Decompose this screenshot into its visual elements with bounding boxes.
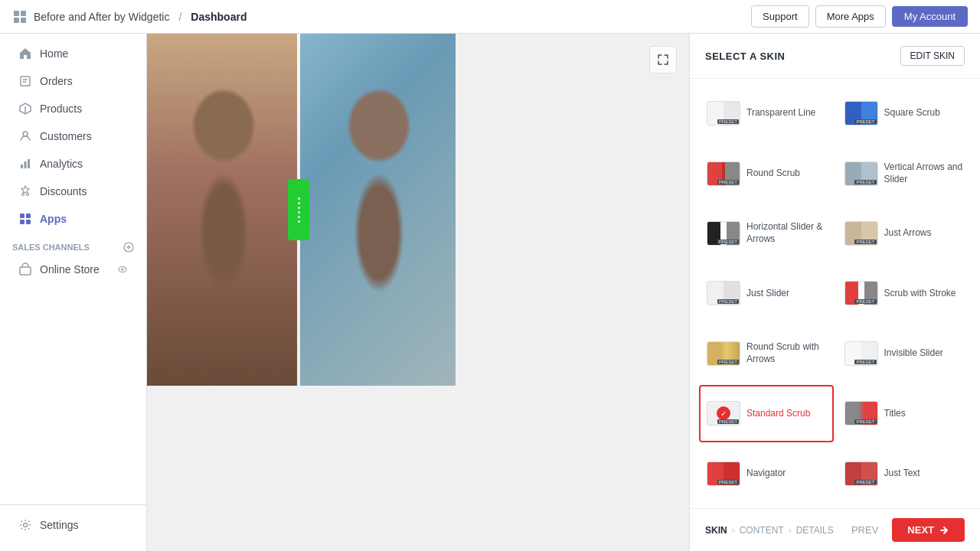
skin-item-round-scrub[interactable]: PRESET Round Scrub <box>699 145 834 201</box>
handle-line <box>298 211 300 214</box>
skin-thumb-titles: PRESET <box>844 401 878 425</box>
sidebar-item-apps[interactable]: Apps <box>6 206 140 232</box>
skin-thumb-just-text: PRESET <box>844 461 878 486</box>
step-skin: SKIN <box>705 525 727 536</box>
skin-label-just-text: Just Text <box>884 468 920 480</box>
skin-label-invisible-slider: Invisible Slider <box>884 347 943 360</box>
sidebar-item-analytics[interactable]: Analytics <box>6 151 140 177</box>
sidebar-item-settings[interactable]: Settings <box>6 512 140 538</box>
step-details: DETAILS <box>796 525 834 536</box>
before-after-preview[interactable] <box>147 34 456 386</box>
panel-header: SELECT A SKIN EDIT SKIN <box>690 34 980 79</box>
svg-rect-0 <box>14 11 19 16</box>
sidebar-item-orders[interactable]: Orders <box>6 68 140 94</box>
skin-item-horizontal-slider[interactable]: PRESET Horizontal Slider & Arrows <box>699 205 834 262</box>
panel-title: SELECT A SKIN <box>705 51 786 62</box>
breadcrumb: Before and After by Widgetic / Dashboard <box>12 9 247 24</box>
sidebar-item-home[interactable]: Home <box>6 41 140 67</box>
skin-item-transparent-line[interactable]: PRESET Transparent Line <box>699 85 834 142</box>
skin-item-standard-scrub[interactable]: ✓ PRESET Standard Scrub <box>699 385 834 442</box>
wizard-steps: SKIN › CONTENT › DETAILS <box>705 525 834 536</box>
skin-thumb-transparent-line: PRESET <box>707 101 740 126</box>
slider-handle[interactable] <box>288 179 309 240</box>
footer-buttons: PREV NEXT <box>844 518 965 542</box>
skin-panel: SELECT A SKIN EDIT SKIN PRESET Transpare… <box>689 34 980 551</box>
selected-check-icon: ✓ <box>717 406 730 420</box>
support-button[interactable]: Support <box>751 5 809 28</box>
svg-rect-2 <box>14 18 19 23</box>
skin-label-just-arrows: Just Arrows <box>884 227 932 240</box>
svg-point-24 <box>24 523 28 527</box>
skin-label-square-scrub: Square Scrub <box>884 107 940 119</box>
skin-item-round-scrub-arrows[interactable]: PRESET Round Scrub with Arrows <box>699 325 834 382</box>
prev-button[interactable]: PREV <box>844 518 886 542</box>
skin-item-invisible-slider[interactable]: PRESET Invisible Slider <box>837 325 972 382</box>
skin-label-standard-scrub: Standard Scrub <box>746 408 810 420</box>
skin-item-scrub-with-stroke[interactable]: PRESET Scrub with Stroke <box>837 265 972 321</box>
discounts-icon <box>18 184 32 198</box>
svg-rect-21 <box>20 267 31 275</box>
online-store-icon <box>18 262 32 276</box>
step-content: CONTENT <box>740 525 784 536</box>
before-image <box>147 34 300 386</box>
skin-thumb-vertical-arrows: PRESET <box>844 161 878 186</box>
sidebar-item-customers[interactable]: Customers <box>6 123 140 149</box>
settings-icon <box>18 518 32 532</box>
next-button[interactable]: NEXT <box>892 518 965 542</box>
sidebar-item-products[interactable]: Products <box>6 96 140 122</box>
more-apps-button[interactable]: More Apps <box>815 5 886 28</box>
skin-label-round-scrub: Round Scrub <box>746 168 800 180</box>
handle-line <box>298 197 300 200</box>
my-account-button[interactable]: My Account <box>892 6 968 27</box>
canvas-area <box>147 34 689 551</box>
skin-thumb-square-scrub: PRESET <box>844 101 878 126</box>
skin-item-navigator[interactable]: PRESET Navigator <box>699 445 834 502</box>
skin-label-round-scrub-arrows: Round Scrub with Arrows <box>746 341 826 365</box>
svg-rect-3 <box>21 18 26 23</box>
skin-label-scrub-with-stroke: Scrub with Stroke <box>884 288 956 300</box>
svg-rect-17 <box>26 220 31 224</box>
breadcrumb-separator: / <box>178 11 181 23</box>
svg-rect-10 <box>24 161 27 168</box>
sidebar-bottom: Settings <box>0 504 146 545</box>
svg-point-23 <box>122 269 124 271</box>
sidebar-item-discounts[interactable]: Discounts <box>6 178 140 204</box>
sales-channels-label: SALES CHANNELS <box>0 233 146 256</box>
customers-icon <box>18 129 32 143</box>
svg-point-8 <box>23 132 28 136</box>
skin-item-square-scrub[interactable]: PRESET Square Scrub <box>837 85 972 142</box>
skin-thumb-standard-scrub: ✓ PRESET <box>707 401 740 425</box>
svg-rect-14 <box>20 214 24 218</box>
skin-thumb-just-slider: PRESET <box>707 281 740 305</box>
after-image <box>300 34 456 386</box>
app-grid-icon <box>12 9 28 24</box>
sidebar-label-products: Products <box>40 103 82 115</box>
svg-rect-9 <box>21 165 23 168</box>
skin-item-just-text[interactable]: PRESET Just Text <box>837 445 972 502</box>
home-icon <box>18 47 32 60</box>
svg-rect-4 <box>21 77 30 86</box>
analytics-icon <box>18 157 32 171</box>
skin-item-just-slider[interactable]: PRESET Just Slider <box>699 265 834 321</box>
sidebar-label-home: Home <box>40 47 68 60</box>
skin-label-transparent-line: Transparent Line <box>746 107 815 119</box>
sidebar-label-analytics: Analytics <box>40 158 83 170</box>
svg-point-13 <box>27 194 29 196</box>
svg-rect-16 <box>20 220 24 224</box>
svg-rect-1 <box>21 11 26 16</box>
app-name-label: Before and After by Widgetic <box>34 11 169 23</box>
skin-item-just-arrows[interactable]: PRESET Just Arrows <box>837 205 972 262</box>
svg-rect-11 <box>28 159 30 168</box>
sidebar-label-online-store: Online Store <box>40 263 100 276</box>
skin-label-horizontal-slider: Horizontal Slider & Arrows <box>746 221 826 245</box>
sidebar-item-online-store[interactable]: Online Store <box>6 256 140 282</box>
fullscreen-button[interactable] <box>649 46 677 73</box>
svg-point-12 <box>22 194 24 196</box>
edit-skin-button[interactable]: EDIT SKIN <box>900 46 965 66</box>
skin-item-vertical-arrows-slider[interactable]: PRESET Vertical Arrows and Slider <box>837 145 972 201</box>
sidebar-label-discounts: Discounts <box>40 185 87 197</box>
skin-item-titles[interactable]: PRESET Titles <box>837 385 972 442</box>
handle-line <box>298 216 300 218</box>
topbar-actions: Support More Apps My Account <box>751 5 968 28</box>
sidebar-label-apps: Apps <box>40 213 67 225</box>
